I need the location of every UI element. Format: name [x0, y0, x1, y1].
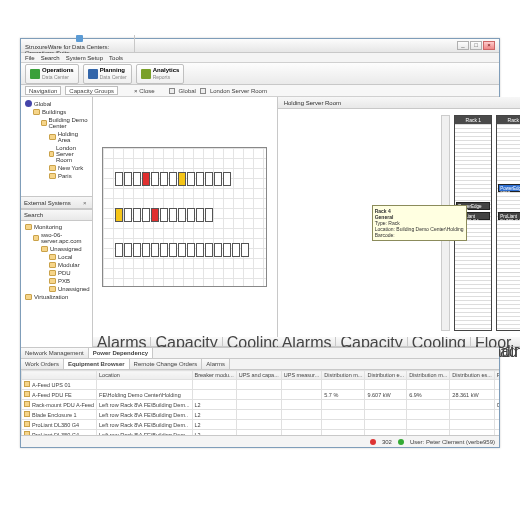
close-button[interactable]: × [483, 41, 495, 50]
analytics-button[interactable]: AnalyticsReports [136, 64, 185, 84]
cabinet[interactable] [196, 243, 204, 257]
server[interactable]: ProLiant DL380 G4 [498, 212, 520, 220]
menu-file[interactable]: File [25, 55, 35, 61]
column-header[interactable]: Distribution m... [322, 371, 365, 380]
rack-tabs[interactable]: AlarmsCapacity GroupCoolingFloor Loading… [278, 337, 520, 347]
cabinet[interactable] [169, 243, 177, 257]
tab[interactable]: Remote Change Orders [130, 359, 203, 369]
cabinet[interactable] [133, 243, 141, 257]
column-header[interactable]: Distribution m... [407, 371, 450, 380]
cabinet[interactable] [169, 172, 177, 186]
cabinet[interactable] [196, 172, 204, 186]
tree-node[interactable]: Global [23, 99, 90, 108]
table-row[interactable]: ProLiant DL380 G4Left row Rack 8\A FE\Bu… [22, 420, 500, 430]
close-icon[interactable]: × [81, 200, 89, 206]
cabinet[interactable] [133, 172, 141, 186]
rack[interactable]: Rack 2PowerEdge 2850ProLiant DL380 G4 [496, 115, 520, 331]
tab[interactable]: Alarms [202, 359, 230, 369]
column-header[interactable]: Distribution es... [450, 371, 494, 380]
tree-node[interactable]: London Server Room [23, 144, 90, 164]
bottom-tabs-a[interactable]: Network ManagementPower Dependency [21, 348, 499, 359]
menu-tools[interactable]: Tools [109, 55, 123, 61]
cabinet[interactable] [169, 208, 177, 222]
menu-system-setup[interactable]: System Setup [66, 55, 103, 61]
breadcrumb-global[interactable]: Global [179, 88, 196, 94]
tree-node[interactable]: Modular [23, 261, 90, 269]
cabinet[interactable] [160, 243, 168, 257]
cabinet[interactable] [214, 172, 222, 186]
cabinet[interactable] [115, 243, 123, 257]
tree-node[interactable]: PDU [23, 269, 90, 277]
cabinet[interactable] [115, 208, 123, 222]
cabinet[interactable] [151, 172, 159, 186]
cabinet[interactable] [160, 172, 168, 186]
tab[interactable]: Work Orders [21, 359, 64, 369]
tree-node[interactable]: Monitoring [23, 223, 90, 231]
cabinet[interactable] [133, 208, 141, 222]
tree-node[interactable]: Unassigned [23, 285, 90, 293]
external-systems-tree[interactable]: Monitoringswo-06-server.apc.comUnassigne… [21, 221, 92, 347]
tree-node[interactable]: PXB [23, 277, 90, 285]
cabinet[interactable] [187, 208, 195, 222]
capacity-groups-tab[interactable]: Capacity Groups [65, 86, 118, 95]
minimize-button[interactable]: _ [457, 41, 469, 50]
column-header[interactable]: Distribution e... [365, 371, 407, 380]
search-header[interactable]: Search [21, 209, 92, 221]
cabinet[interactable] [124, 208, 132, 222]
tab[interactable]: Power Dependency [89, 348, 153, 358]
tab[interactable]: Network Management [21, 348, 89, 358]
tab[interactable]: Alarms [93, 337, 152, 346]
cabinet[interactable] [142, 208, 150, 222]
cabinet[interactable] [178, 243, 186, 257]
breadcrumb-room[interactable]: London Server Room [210, 88, 267, 94]
cabinet[interactable] [205, 172, 213, 186]
table-row[interactable]: A-Feed PDU FEFE\Holding Demo Center\Hold… [22, 390, 500, 400]
column-header[interactable]: Breaker modu... [192, 371, 236, 380]
cabinet[interactable] [187, 172, 195, 186]
tree-node[interactable]: swo-06-server.apc.com [23, 231, 90, 245]
cabinet[interactable] [151, 243, 159, 257]
cabinet[interactable] [178, 172, 186, 186]
table-row[interactable]: Rack-mount PDU A-FeedLeft row Rack 8\A F… [22, 400, 500, 410]
tree-node[interactable]: Paris [23, 172, 90, 180]
cabinet[interactable] [205, 208, 213, 222]
column-header[interactable]: UPS measur... [281, 371, 321, 380]
cabinet[interactable] [160, 208, 168, 222]
floor-plan[interactable] [102, 147, 267, 287]
tab[interactable]: Cooling [223, 337, 286, 346]
cabinet[interactable] [232, 243, 240, 257]
column-header[interactable]: UPS and capa... [236, 371, 281, 380]
tree-node[interactable]: Local [23, 253, 90, 261]
bottom-tabs-b[interactable]: Work OrdersEquipment BrowserRemote Chang… [21, 359, 499, 370]
column-header[interactable] [22, 371, 97, 380]
operations-button[interactable]: OperationsData Center [25, 64, 79, 84]
cabinet[interactable] [124, 243, 132, 257]
menu-search[interactable]: Search [41, 55, 60, 61]
tab[interactable]: Capacity Group [336, 337, 407, 346]
data-grid[interactable]: LocationBreaker modu...UPS and capa...UP… [21, 370, 499, 435]
cabinet[interactable] [196, 208, 204, 222]
tree-node[interactable]: Unassigned [23, 245, 90, 253]
navigation-tree[interactable]: GlobalBuildingsBuilding Demo CenterHoldi… [21, 97, 92, 197]
column-header[interactable]: Rack measure... [494, 371, 499, 380]
server[interactable]: PowerEdge 2850 [498, 184, 520, 192]
cabinet[interactable] [142, 172, 150, 186]
cabinet[interactable] [178, 208, 186, 222]
close-nav[interactable]: × Close [134, 88, 155, 94]
tab[interactable]: Equipment Browser [64, 359, 130, 369]
tab[interactable]: Capacity Group [151, 337, 222, 346]
floor-tabs[interactable]: AlarmsCapacity GroupCoolingFloor Loading… [93, 337, 277, 347]
tree-node[interactable]: Buildings [23, 108, 90, 116]
cabinet[interactable] [151, 208, 159, 222]
tree-node[interactable]: Virtualization [23, 293, 90, 301]
tab[interactable]: Alarms [278, 337, 337, 346]
cabinet[interactable] [241, 243, 249, 257]
menubar[interactable]: File Search System Setup Tools [21, 53, 499, 63]
rack-body[interactable]: PowerEdge 2850ProLiant DL380 G4 [497, 124, 520, 330]
cabinet[interactable] [142, 243, 150, 257]
cabinet[interactable] [187, 243, 195, 257]
maximize-button[interactable]: □ [470, 41, 482, 50]
cabinet[interactable] [214, 243, 222, 257]
tree-node[interactable]: Building Demo Center [23, 116, 90, 130]
tab[interactable]: Floor Loading [471, 337, 520, 346]
